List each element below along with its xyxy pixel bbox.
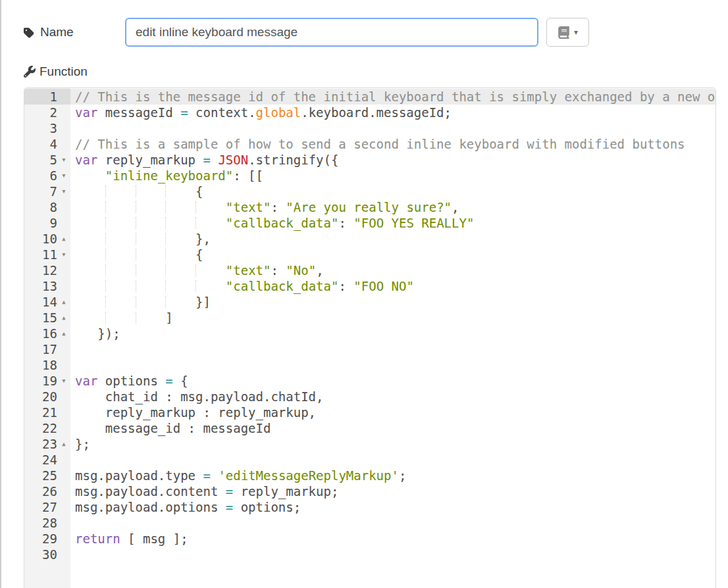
line-number-cell[interactable]: 15▴ — [24, 310, 70, 326]
code-line-row[interactable]: 16▴ }); — [24, 326, 715, 341]
code-line[interactable] — [70, 357, 715, 373]
fold-open-icon[interactable]: ▾ — [57, 373, 70, 389]
line-number-cell[interactable]: 18 — [24, 357, 70, 373]
line-number-cell[interactable]: 27 — [24, 499, 70, 515]
line-number-cell[interactable]: 9 — [24, 215, 70, 231]
code-line[interactable]: msg.payload.type = 'editMessageReplyMark… — [70, 468, 715, 483]
library-button[interactable]: ▾ — [546, 18, 589, 47]
code-line-row[interactable]: 5▾var reply_markup = JSON.stringify({ — [24, 152, 715, 168]
fold-open-icon[interactable]: ▾ — [57, 247, 70, 262]
line-number-cell[interactable]: 2 — [24, 105, 70, 120]
line-number-cell[interactable]: 7▾ — [24, 184, 70, 199]
fold-open-icon[interactable]: ▾ — [57, 168, 70, 184]
code-line[interactable]: var messageId = context.global.keyboard.… — [70, 105, 715, 120]
code-line-row[interactable]: 30 — [24, 547, 715, 562]
line-number-cell[interactable]: 13 — [24, 278, 70, 294]
line-number-cell[interactable]: 16▴ — [24, 326, 70, 341]
code-line[interactable]: var reply_markup = JSON.stringify({ — [70, 152, 715, 168]
code-line[interactable]: "text": "Are you really sure?", — [70, 199, 715, 215]
line-number-cell[interactable]: 29 — [24, 531, 70, 547]
code-line-row[interactable]: 14▴ }] — [24, 294, 715, 310]
fold-close-icon[interactable]: ▴ — [57, 436, 70, 452]
code-line[interactable]: "text": "No", — [70, 262, 715, 278]
fold-open-icon[interactable]: ▾ — [57, 184, 70, 199]
fold-close-icon[interactable]: ▴ — [57, 231, 70, 247]
code-line-row[interactable]: 19▾var options = { — [24, 373, 715, 389]
line-number-cell[interactable]: 26 — [24, 483, 70, 499]
code-line[interactable]: ] — [70, 310, 715, 326]
line-number-cell[interactable]: 1 — [24, 89, 70, 105]
line-number-cell[interactable]: 11▾ — [24, 247, 70, 262]
code-line-row[interactable]: 17 — [24, 341, 715, 357]
code-line[interactable] — [70, 515, 715, 531]
line-number-cell[interactable]: 28 — [24, 515, 70, 531]
code-line-row[interactable]: 3 — [24, 120, 715, 136]
code-line[interactable]: return [ msg ]; — [70, 531, 715, 547]
line-number-cell[interactable]: 20 — [24, 389, 70, 404]
code-line-row[interactable]: 9 "callback_data": "FOO YES REALLY" — [24, 215, 715, 231]
code-line[interactable] — [70, 341, 715, 357]
code-line-row[interactable]: 18 — [24, 357, 715, 373]
fold-close-icon[interactable]: ▴ — [57, 326, 70, 341]
code-line-row[interactable]: 23▴}; — [24, 436, 715, 452]
fold-open-icon[interactable]: ▾ — [57, 152, 70, 168]
code-line[interactable]: }, — [70, 231, 715, 247]
code-line-row[interactable]: 27msg.payload.options = options; — [24, 499, 715, 515]
function-code-editor[interactable]: 1// This is the message id of the initia… — [24, 87, 716, 588]
code-line-row[interactable]: 13 "callback_data": "FOO NO" — [24, 278, 715, 294]
line-number-cell[interactable]: 17 — [24, 341, 70, 357]
code-line[interactable] — [70, 547, 715, 562]
code-line[interactable]: // This is a sample of how to send a sec… — [70, 136, 715, 152]
line-number-cell[interactable]: 23▴ — [24, 436, 70, 452]
code-line-row[interactable]: 15▴ ] — [24, 310, 715, 326]
code-line[interactable]: // This is the message id of the initial… — [70, 89, 715, 105]
line-number-cell[interactable]: 4 — [24, 136, 70, 152]
code-line-row[interactable]: 4// This is a sample of how to send a se… — [24, 136, 715, 152]
code-line-row[interactable]: 28 — [24, 515, 715, 531]
line-number-cell[interactable]: 3 — [24, 120, 70, 136]
code-line-row[interactable]: 12 "text": "No", — [24, 262, 715, 278]
code-line[interactable]: }; — [70, 436, 715, 452]
line-number-cell[interactable]: 24 — [24, 452, 70, 468]
code-line[interactable]: msg.payload.options = options; — [70, 499, 715, 515]
name-input[interactable] — [125, 18, 538, 47]
code-line[interactable]: "callback_data": "FOO NO" — [70, 278, 715, 294]
code-line[interactable]: chat_id : msg.payload.chatId, — [70, 389, 715, 404]
code-line[interactable]: }); — [70, 326, 715, 341]
code-line-row[interactable]: 1// This is the message id of the initia… — [24, 89, 715, 105]
code-line[interactable]: }] — [70, 294, 715, 310]
code-line-row[interactable]: 20 chat_id : msg.payload.chatId, — [24, 389, 715, 404]
line-number-cell[interactable]: 25 — [24, 468, 70, 483]
fold-close-icon[interactable]: ▴ — [57, 310, 70, 326]
code-line-row[interactable]: 25msg.payload.type = 'editMessageReplyMa… — [24, 468, 715, 483]
line-number-cell[interactable]: 19▾ — [24, 373, 70, 389]
code-line-row[interactable]: 7▾ { — [24, 184, 715, 199]
fold-close-icon[interactable]: ▴ — [57, 294, 70, 310]
line-number-cell[interactable]: 5▾ — [24, 152, 70, 168]
line-number-cell[interactable]: 14▴ — [24, 294, 70, 310]
code-line[interactable]: msg.payload.content = reply_markup; — [70, 483, 715, 499]
line-number-cell[interactable]: 21 — [24, 404, 70, 420]
editor-lines[interactable]: 1// This is the message id of the initia… — [24, 89, 715, 562]
line-number-cell[interactable]: 30 — [24, 547, 70, 562]
line-number-cell[interactable]: 22 — [24, 420, 70, 436]
code-line-row[interactable]: 11▾ { — [24, 247, 715, 262]
code-line[interactable]: var options = { — [70, 373, 715, 389]
code-line[interactable] — [70, 120, 715, 136]
code-line-row[interactable]: 6▾ "inline_keyboard": [[ — [24, 168, 715, 184]
code-line-row[interactable]: 10▴ }, — [24, 231, 715, 247]
code-line[interactable]: "callback_data": "FOO YES REALLY" — [70, 215, 715, 231]
code-line-row[interactable]: 22 message_id : messageId — [24, 420, 715, 436]
code-line-row[interactable]: 2var messageId = context.global.keyboard… — [24, 105, 715, 120]
code-line-row[interactable]: 24 — [24, 452, 715, 468]
line-number-cell[interactable]: 12 — [24, 262, 70, 278]
code-line[interactable]: reply_markup : reply_markup, — [70, 404, 715, 420]
code-line[interactable]: message_id : messageId — [70, 420, 715, 436]
code-line[interactable] — [70, 452, 715, 468]
code-line-row[interactable]: 26msg.payload.content = reply_markup; — [24, 483, 715, 499]
code-line[interactable]: { — [70, 247, 715, 262]
code-line-row[interactable]: 29return [ msg ]; — [24, 531, 715, 547]
code-line-row[interactable]: 8 "text": "Are you really sure?", — [24, 199, 715, 215]
line-number-cell[interactable]: 10▴ — [24, 231, 70, 247]
code-line[interactable]: { — [70, 184, 715, 199]
